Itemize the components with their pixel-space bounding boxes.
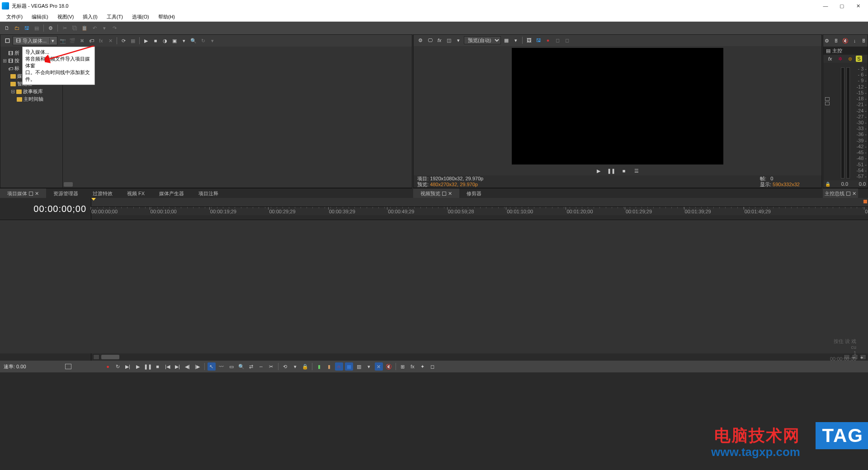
play-preview-button[interactable]: ▶ <box>142 37 150 45</box>
dim-output-button[interactable]: ↓ <box>851 37 858 45</box>
loop-end-marker[interactable] <box>863 200 867 203</box>
mixer-button[interactable]: 🎚 <box>832 37 840 45</box>
tab-float-icon[interactable] <box>846 192 850 196</box>
preview-pause-button[interactable]: ❚❚ <box>607 167 615 175</box>
cut-button[interactable]: ✂ <box>61 24 69 32</box>
copy-snapshot-button[interactable]: 🖼 <box>525 36 533 44</box>
expand-icon[interactable]: ⊞ <box>2 58 7 64</box>
tab-close-icon[interactable]: ✕ <box>448 191 452 196</box>
selection-tool[interactable]: ▭ <box>227 362 236 371</box>
tab-close-icon[interactable]: ✕ <box>35 191 39 196</box>
snap-grid-button[interactable]: ▦ <box>345 362 353 371</box>
slip-tool[interactable]: ↔ <box>257 362 265 371</box>
lock-envelopes-button[interactable]: 🔒 <box>301 362 309 371</box>
stop-button[interactable]: ■ <box>154 362 162 371</box>
envelope-tool[interactable]: 〰 <box>217 362 226 371</box>
meter-link-icon[interactable] <box>825 102 830 105</box>
split-screen-button[interactable]: ◫ <box>445 36 453 44</box>
prev-frame-button[interactable]: ◀| <box>184 362 192 371</box>
import-media-dropdown[interactable]: ▾ <box>49 38 54 44</box>
playhead-marker[interactable] <box>91 198 96 201</box>
menu-options[interactable]: 选项(O) <box>127 12 154 22</box>
tab-close-icon[interactable]: ✕ <box>852 191 856 196</box>
tab-master-bus[interactable]: 主控总线✕ <box>823 188 858 198</box>
menu-help[interactable]: 帮助(H) <box>154 12 179 22</box>
split-dd[interactable]: ▾ <box>454 36 462 44</box>
refresh-button[interactable]: ⟳ <box>119 37 127 45</box>
split-tool[interactable]: ✂ <box>267 362 275 371</box>
timeline-tracks-area[interactable] <box>0 220 868 353</box>
tab-video-fx[interactable]: 视频 FX <box>120 188 152 198</box>
external-button[interactable]: ◻ <box>553 36 561 44</box>
play-from-start-button[interactable]: ▶| <box>124 362 132 371</box>
views-button[interactable]: ▦ <box>129 37 137 45</box>
tree-item-main-timeline[interactable]: 主时间轴 <box>0 95 62 103</box>
shuffle-tool[interactable]: ⇄ <box>247 362 255 371</box>
record-button[interactable]: ● <box>544 36 552 44</box>
close-button[interactable]: ✕ <box>850 1 866 11</box>
open-project-button[interactable]: 🗀 <box>13 24 21 32</box>
master-props-button[interactable]: ⚙ <box>823 37 830 45</box>
meter-bar-right[interactable] <box>846 67 850 179</box>
get-media-button[interactable]: 🎬 <box>68 37 76 45</box>
marker-button[interactable]: ▮ <box>315 362 323 371</box>
pause-button[interactable]: ❚❚ <box>144 362 152 371</box>
lock-icon[interactable]: 🔒 <box>825 182 830 187</box>
go-start-button[interactable]: |◀ <box>164 362 172 371</box>
master-solo-button[interactable]: S <box>856 56 862 62</box>
menu-edit[interactable]: 编辑(E) <box>27 12 53 22</box>
master-label-row[interactable]: ▤ 主控 <box>823 47 868 55</box>
thumbnail-button[interactable]: ▣ <box>170 37 179 45</box>
paste-button[interactable]: 📋 <box>80 24 89 32</box>
overlay-dd[interactable]: ▾ <box>512 36 520 44</box>
master-automation-button[interactable]: ⊚ <box>846 55 854 63</box>
remove-selected-button[interactable]: ✖ <box>78 37 86 45</box>
zoom-tool[interactable]: 🔍 <box>237 362 245 371</box>
generate-button[interactable]: ✦ <box>419 362 427 371</box>
media-hscrollbar[interactable] <box>63 181 412 188</box>
menu-file[interactable]: 文件(F) <box>2 12 27 22</box>
thumbnail-dd[interactable]: ▾ <box>180 37 188 45</box>
play-button[interactable]: ▶ <box>134 362 142 371</box>
enable-snapping-button[interactable]: ∩ <box>335 362 343 371</box>
preview-quality-select[interactable]: 预览(自动) <box>464 36 501 44</box>
meter-link-icon[interactable] <box>825 97 830 101</box>
rate-reset-button[interactable] <box>65 364 71 369</box>
minimize-button[interactable]: ― <box>817 1 834 11</box>
time-ruler[interactable]: 00:00:00;0000:00:10;0000:00:19;2900:00:2… <box>91 207 868 215</box>
meters-button[interactable]: 🎚 <box>860 37 868 45</box>
tab-explorer[interactable]: 资源管理器 <box>46 188 85 198</box>
collapse-icon[interactable]: ⊟ <box>10 89 15 94</box>
redo-button[interactable]: ↷ <box>110 24 118 32</box>
scrollbar-thumb[interactable] <box>64 182 73 187</box>
project-props-button[interactable]: 🞏 <box>3 37 11 45</box>
menu-view[interactable]: 视图(V) <box>53 12 79 22</box>
loop-button[interactable]: ↻ <box>114 362 122 371</box>
undo-dropdown[interactable]: ▾ <box>100 24 108 32</box>
next-frame-button[interactable]: |▶ <box>193 362 202 371</box>
master-insert-button[interactable]: ✲ <box>836 55 844 63</box>
sort-button[interactable]: ↻ <box>199 37 207 45</box>
delete-button[interactable]: ✕ <box>106 37 114 45</box>
new-project-button[interactable]: 🗋 <box>3 24 11 32</box>
import-media-button[interactable]: 🎞 导入媒体... ▾ <box>13 36 57 45</box>
tree-item-storyboard[interactable]: ⊟故事板库 <box>0 88 62 95</box>
preview-fx-button[interactable]: fx <box>435 36 443 44</box>
external2-button[interactable]: ◻ <box>563 36 571 44</box>
tab-trimmer[interactable]: 修剪器 <box>459 188 489 198</box>
preview-menu-button[interactable]: ☰ <box>632 167 641 175</box>
properties-button[interactable]: ⚙ <box>47 24 55 32</box>
record-button[interactable]: ● <box>104 362 112 371</box>
capture-button[interactable]: 📷 <box>59 37 67 45</box>
menu-tools[interactable]: 工具(T) <box>102 12 127 22</box>
tab-float-icon[interactable] <box>442 192 446 196</box>
auto-crossfade-button[interactable]: ⤫ <box>375 362 383 371</box>
autopreview-button[interactable]: ◑ <box>161 37 169 45</box>
tab-project-notes[interactable]: 项目注释 <box>191 188 226 198</box>
mute-button[interactable]: 🔇 <box>842 37 849 45</box>
tab-project-media[interactable]: 项目媒体✕ <box>0 188 46 198</box>
event-pan-button[interactable]: ⊞ <box>399 362 407 371</box>
save-snapshot-button[interactable]: 🖫 <box>534 36 542 44</box>
fx-bypass-button[interactable]: fx <box>409 362 417 371</box>
undo-button[interactable]: ↶ <box>90 24 99 32</box>
